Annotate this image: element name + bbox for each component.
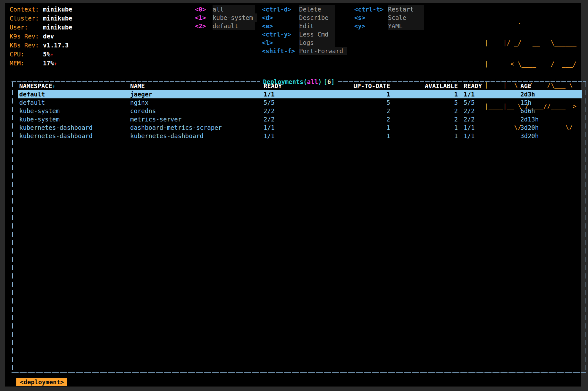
table-body: NAMESPACE↑ NAME READY UP-TO-DATE AVAILAB… bbox=[18, 82, 582, 140]
hotkey-1-label: kube-system bbox=[213, 13, 257, 22]
col-header-available: AVAILABLE bbox=[390, 82, 458, 90]
menu-item-less-cmd: <ctrl-y>Less Cmd bbox=[262, 30, 347, 38]
user-label: User: bbox=[10, 23, 43, 31]
cell-age: 6d6h bbox=[515, 107, 582, 115]
cell-age: 2d3h bbox=[515, 90, 582, 98]
cell-namespace: kubernetes-dashboard bbox=[18, 123, 130, 132]
cell-ready: 1/1 bbox=[264, 90, 321, 98]
mem-up-arrow-icon: ↑ bbox=[54, 61, 57, 67]
cell-ready-2: 1/1 bbox=[458, 90, 515, 98]
table-row-jaeger[interactable]: default jaeger 1/1 1 1 1/1 2d3h bbox=[18, 90, 582, 98]
label-scale: Scale bbox=[388, 13, 424, 22]
col-header-namespace: NAMESPACE↑ bbox=[18, 82, 130, 90]
sort-arrow-icon: ↑ bbox=[52, 83, 55, 89]
mem-value: 17% bbox=[43, 60, 54, 67]
cell-ready: 1/1 bbox=[264, 132, 321, 140]
cell-name: nginx bbox=[130, 98, 264, 107]
table-header-row: NAMESPACE↑ NAME READY UP-TO-DATE AVAILAB… bbox=[18, 82, 582, 90]
label-delete: Delete bbox=[299, 5, 335, 13]
cell-age: 2d13h bbox=[515, 115, 582, 123]
k8s-rev-value: v1.17.3 bbox=[43, 42, 69, 49]
cell-namespace: default bbox=[18, 98, 130, 107]
cell-name: jaeger bbox=[130, 90, 264, 98]
breadcrumb-deployment[interactable]: <deployment> bbox=[16, 378, 67, 386]
mem-label: MEM: bbox=[10, 59, 43, 67]
logo-line: | |/ _/ __ \______ bbox=[485, 39, 576, 46]
cell-available: 1 bbox=[390, 90, 458, 98]
cell-ready-2: 5/5 bbox=[458, 98, 515, 107]
table-row-metrics-server[interactable]: kube-system metrics-server 2/2 2 2 2/2 2… bbox=[18, 115, 582, 123]
cell-name: kubernetes-dashboard bbox=[130, 132, 264, 140]
cell-up-to-date: 1 bbox=[321, 132, 390, 140]
context-label: Context: bbox=[10, 5, 43, 13]
cpu-value: 5% bbox=[43, 51, 50, 58]
table-bottom-border bbox=[12, 372, 586, 373]
context-value: minikube bbox=[43, 6, 72, 13]
cluster-info-row-context: Context:minikube bbox=[10, 5, 72, 14]
menu-item-delete: <ctrl-d>Delete bbox=[262, 5, 347, 13]
cell-ready: 2/2 bbox=[264, 107, 321, 115]
cell-available: 1 bbox=[390, 123, 458, 132]
cell-up-to-date: 5 bbox=[321, 98, 390, 107]
hotkey-2-label: default bbox=[213, 22, 255, 30]
namespace-hotkey-all: <0>all bbox=[195, 5, 257, 13]
col-header-name: NAME bbox=[130, 82, 264, 90]
table-row-nginx[interactable]: default nginx 5/5 5 5 5/5 15h bbox=[18, 98, 582, 107]
command-menu-column-1: <ctrl-d>Delete <d>Describe <e>Edit <ctrl… bbox=[262, 5, 347, 55]
table-row-coredns[interactable]: kube-system coredns 2/2 2 2 2/2 6d6h bbox=[18, 107, 582, 115]
key-shift-f: <shift-f> bbox=[262, 47, 295, 55]
cell-age: 3d20h bbox=[515, 123, 582, 132]
label-describe: Describe bbox=[299, 13, 335, 22]
cluster-info-row-k9s-rev: K9s Rev:dev bbox=[10, 32, 72, 41]
menu-item-yaml: <y>YAML bbox=[354, 22, 424, 30]
table-left-border bbox=[12, 82, 13, 372]
cell-name: dashboard-metrics-scraper bbox=[130, 123, 264, 132]
menu-item-restart: <ctrl-t>Restart bbox=[354, 5, 424, 13]
key-ctrl-y: <ctrl-y> bbox=[262, 30, 295, 38]
label-less-cmd: Less Cmd bbox=[299, 30, 335, 38]
menu-item-logs: <l>Logs bbox=[262, 38, 347, 47]
cluster-info-row-cpu: CPU:5%↑ bbox=[10, 50, 72, 59]
label-logs: Logs bbox=[299, 38, 335, 47]
cpu-label: CPU: bbox=[10, 50, 43, 58]
table-row-kubernetes-dashboard[interactable]: kubernetes-dashboard kubernetes-dashboar… bbox=[18, 132, 582, 140]
cell-ready: 2/2 bbox=[264, 115, 321, 123]
terminal-window: Context:minikube Cluster:minikube User:m… bbox=[5, 3, 581, 387]
key-ctrl-d: <ctrl-d> bbox=[262, 5, 295, 13]
table-right-border bbox=[585, 82, 585, 372]
k9s-rev-label: K9s Rev: bbox=[10, 32, 43, 40]
namespace-hotkey-kube-system: <1>kube-system bbox=[195, 13, 257, 22]
cell-up-to-date: 1 bbox=[321, 123, 390, 132]
label-edit: Edit bbox=[299, 22, 335, 30]
cluster-info-panel: Context:minikube Cluster:minikube User:m… bbox=[10, 5, 72, 68]
key-e: <e> bbox=[262, 22, 295, 30]
key-y: <y> bbox=[354, 22, 384, 30]
cell-age: 15h bbox=[515, 98, 582, 107]
command-menu-column-2: <ctrl-t>Restart <s>Scale <y>YAML bbox=[354, 5, 424, 30]
hotkey-2: <2> bbox=[195, 22, 208, 30]
col-header-ready: READY bbox=[264, 82, 321, 90]
col-header-ready-2: READY bbox=[458, 82, 515, 90]
key-d: <d> bbox=[262, 13, 295, 22]
cell-name: coredns bbox=[130, 107, 264, 115]
cell-up-to-date: 2 bbox=[321, 107, 390, 115]
key-l: <l> bbox=[262, 38, 295, 47]
hotkey-0: <0> bbox=[195, 5, 208, 13]
k9s-screen: Context:minikube Cluster:minikube User:m… bbox=[0, 0, 588, 391]
cluster-label: Cluster: bbox=[10, 14, 43, 22]
cell-age: 3d20h bbox=[515, 132, 582, 140]
col-header-age: AGE bbox=[515, 82, 582, 90]
namespace-hotkey-default: <2>default bbox=[195, 22, 257, 30]
user-value: minikube bbox=[43, 24, 72, 31]
label-yaml: YAML bbox=[388, 22, 424, 30]
key-s: <s> bbox=[354, 13, 384, 22]
cell-ready-2: 2/2 bbox=[458, 107, 515, 115]
cell-ready: 1/1 bbox=[264, 123, 321, 132]
table-row-dashboard-metrics-scraper[interactable]: kubernetes-dashboard dashboard-metrics-s… bbox=[18, 123, 582, 132]
key-ctrl-t: <ctrl-t> bbox=[354, 5, 384, 13]
cell-namespace: kubernetes-dashboard bbox=[18, 132, 130, 140]
cell-namespace: kube-system bbox=[18, 107, 130, 115]
cpu-up-arrow-icon: ↑ bbox=[50, 52, 54, 58]
logo-line: ____ __.________ bbox=[485, 18, 576, 25]
cell-available: 2 bbox=[390, 115, 458, 123]
